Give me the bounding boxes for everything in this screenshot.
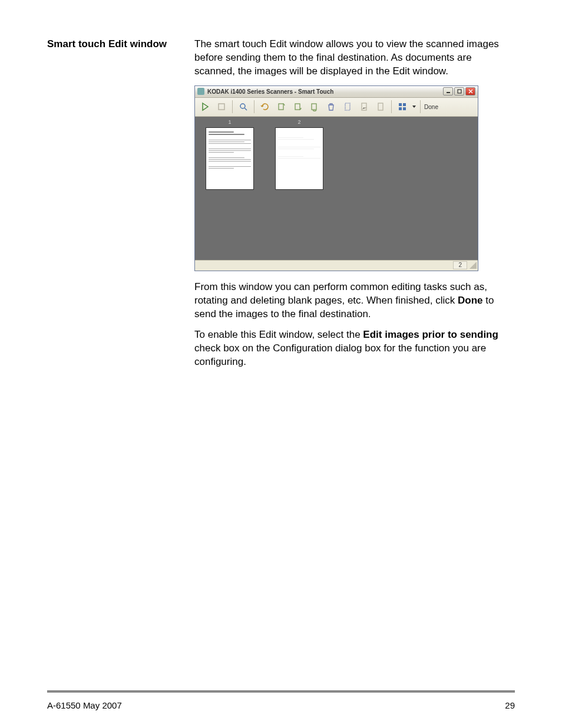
svg-rect-12 <box>399 107 402 110</box>
paragraph-editing: From this window you can perform common … <box>194 281 515 321</box>
blank-page-icon[interactable] <box>356 99 372 114</box>
view-grid-icon[interactable] <box>395 99 410 114</box>
svg-rect-6 <box>312 104 316 110</box>
footer-rule <box>47 690 515 693</box>
thumbnails-area: 1 2 <box>195 117 478 260</box>
rotate-left-icon[interactable] <box>274 99 289 114</box>
resize-grip-icon[interactable] <box>470 262 477 269</box>
toolbar-separator <box>232 100 233 113</box>
play-icon[interactable] <box>197 99 213 114</box>
status-count: 2 <box>453 261 467 269</box>
footer-page-number: 29 <box>505 700 515 710</box>
svg-rect-13 <box>403 107 406 110</box>
svg-point-3 <box>240 104 245 108</box>
edit-window-screenshot: KODAK i1400 Series Scanners - Smart Touc… <box>194 85 478 271</box>
minimize-button[interactable] <box>443 87 453 95</box>
thumbnail-page <box>275 127 323 190</box>
rotate-right-icon[interactable] <box>290 99 306 114</box>
svg-rect-11 <box>403 103 406 106</box>
thumbnail-number: 1 <box>228 119 231 126</box>
done-label: Done <box>424 104 438 110</box>
svg-rect-2 <box>219 104 224 110</box>
svg-rect-4 <box>279 104 283 110</box>
paragraph-intro: The smart touch Edit window allows you t… <box>194 38 515 78</box>
dropdown-arrow-icon[interactable] <box>411 99 417 114</box>
svg-rect-9 <box>378 103 383 110</box>
thumbnail-number: 2 <box>297 119 300 126</box>
toolbar-separator <box>420 100 421 113</box>
maximize-button[interactable] <box>454 87 464 95</box>
page-footer: A-61550 May 2007 29 <box>47 700 515 710</box>
page-icon[interactable] <box>373 99 388 114</box>
thumbnail-slot[interactable]: 1 <box>195 119 265 190</box>
svg-rect-10 <box>399 103 402 106</box>
window-title: KODAK i1400 Series Scanners - Smart Touc… <box>207 88 333 95</box>
svg-rect-1 <box>458 90 461 93</box>
svg-rect-7 <box>345 103 350 110</box>
thumbnail-page <box>206 127 254 190</box>
page-select-icon[interactable] <box>340 99 355 114</box>
rotate-180-icon[interactable] <box>307 99 322 114</box>
svg-rect-0 <box>447 92 450 93</box>
window-titlebar: KODAK i1400 Series Scanners - Smart Touc… <box>195 86 478 98</box>
rotate-icon[interactable] <box>257 99 273 114</box>
toolbar: Done <box>195 98 478 117</box>
status-bar: 2 <box>195 260 478 271</box>
paragraph-enable: To enable this Edit window, select the E… <box>194 328 515 369</box>
section-title: Smart touch Edit window <box>47 38 181 51</box>
delete-icon[interactable] <box>323 99 339 114</box>
svg-rect-5 <box>295 104 300 110</box>
stop-icon[interactable] <box>214 99 229 114</box>
toolbar-separator <box>254 100 254 113</box>
magnifier-icon[interactable] <box>236 99 251 114</box>
footer-doc-id: A-61550 May 2007 <box>47 700 122 710</box>
done-button[interactable]: Done <box>424 99 439 114</box>
toolbar-separator <box>391 100 392 113</box>
close-button[interactable] <box>465 87 475 95</box>
thumbnail-slot[interactable]: 2 <box>265 119 334 190</box>
app-icon <box>197 88 204 95</box>
